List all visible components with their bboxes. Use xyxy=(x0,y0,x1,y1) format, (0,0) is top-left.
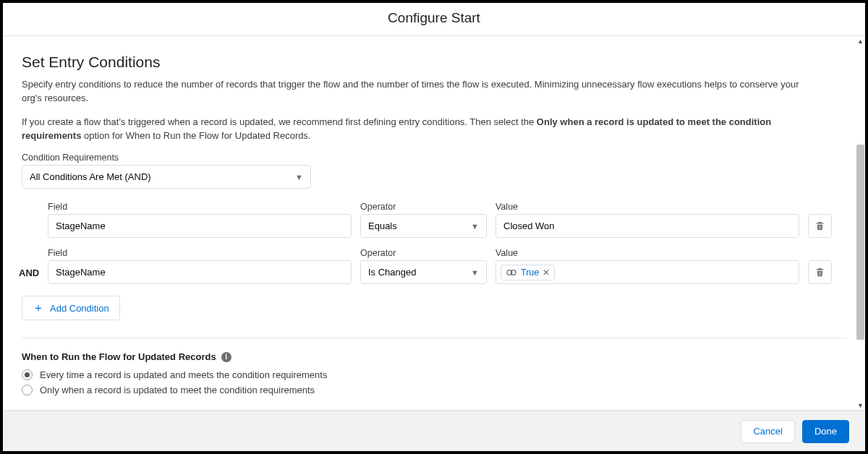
field-label: Field xyxy=(48,248,352,258)
operator-col: Operator Is Changed ▼ xyxy=(360,248,487,284)
scroll-up-arrow-icon[interactable]: ▲ xyxy=(856,36,865,46)
and-label: AND xyxy=(19,267,39,278)
condition-requirements-group: Condition Requirements All Conditions Ar… xyxy=(22,153,846,189)
value-input[interactable]: Closed Won xyxy=(495,214,799,238)
modal-body[interactable]: Set Entry Conditions Specify entry condi… xyxy=(3,36,865,410)
help-text-2b: option for When to Run the Flow for Upda… xyxy=(81,130,310,141)
when-to-run-radio-group: Every time a record is updated and meets… xyxy=(22,369,846,410)
modal-header: Configure Start xyxy=(3,3,865,35)
operator-value: Is Changed xyxy=(368,267,417,278)
operator-col: Operator Equals ▼ xyxy=(360,202,487,238)
operator-label: Operator xyxy=(360,248,487,258)
add-condition-label: Add Condition xyxy=(50,303,109,314)
when-to-run-title: When to Run the Flow for Updated Records… xyxy=(22,351,846,362)
radio-option-every-time[interactable]: Every time a record is updated and meets… xyxy=(22,369,846,380)
value-pill: True ✕ xyxy=(501,265,555,280)
modal-body-wrap: Set Entry Conditions Specify entry condi… xyxy=(3,35,865,411)
modal-footer: Cancel Done xyxy=(3,411,865,451)
pill-text: True xyxy=(521,267,539,278)
condition-rows: Field StageName Operator Equals ▼ Valu xyxy=(48,202,846,320)
modal-title: Configure Start xyxy=(3,10,865,26)
field-value: StageName xyxy=(56,267,106,278)
add-condition-button[interactable]: ＋ Add Condition xyxy=(22,296,120,320)
delete-col xyxy=(808,202,833,238)
value-label: Value xyxy=(495,248,799,258)
scroll-thumb[interactable] xyxy=(856,145,864,340)
condition-row: Field StageName Operator Equals ▼ Valu xyxy=(48,202,846,238)
delete-row-button[interactable] xyxy=(808,214,832,238)
plus-icon: ＋ xyxy=(33,301,44,316)
chevron-down-icon: ▼ xyxy=(295,173,303,181)
cancel-button[interactable]: Cancel xyxy=(741,420,794,443)
done-button[interactable]: Done xyxy=(802,420,849,443)
info-icon[interactable]: i xyxy=(221,352,231,362)
radio-icon xyxy=(22,369,33,380)
configure-start-modal: Configure Start Set Entry Conditions Spe… xyxy=(3,3,865,451)
help-text-2: If you create a flow that's triggered wh… xyxy=(22,116,803,143)
condition-requirements-label: Condition Requirements xyxy=(22,153,846,163)
scrollbar[interactable]: ▲ ▼ xyxy=(856,36,865,410)
section-title: Set Entry Conditions xyxy=(22,53,846,71)
operator-select[interactable]: Equals ▼ xyxy=(360,214,487,238)
operator-select[interactable]: Is Changed ▼ xyxy=(360,260,487,284)
value-label: Value xyxy=(495,202,799,212)
trash-icon xyxy=(814,220,825,231)
field-value: StageName xyxy=(56,220,106,231)
delete-row-button[interactable] xyxy=(808,260,832,284)
radio-option-only-when[interactable]: Only when a record is updated to meet th… xyxy=(22,385,846,395)
operator-label: Operator xyxy=(360,202,487,212)
divider xyxy=(22,338,846,338)
help-text-2a: If you create a flow that's triggered wh… xyxy=(22,116,537,127)
field-input[interactable]: StageName xyxy=(48,214,352,238)
value-text: Closed Won xyxy=(503,220,555,231)
field-label: Field xyxy=(48,202,352,212)
operator-value: Equals xyxy=(368,220,397,231)
value-col: Value True ✕ xyxy=(495,248,799,284)
trash-icon xyxy=(814,267,825,278)
field-col: Field StageName xyxy=(48,202,352,238)
close-icon[interactable]: ✕ xyxy=(542,267,550,278)
field-input[interactable]: StageName xyxy=(48,260,352,284)
scroll-down-arrow-icon[interactable]: ▼ xyxy=(856,401,865,410)
toggle-icon xyxy=(506,267,517,278)
value-col: Value Closed Won xyxy=(495,202,799,238)
field-col: Field StageName xyxy=(48,248,352,284)
delete-col xyxy=(808,248,833,284)
value-input[interactable]: True ✕ xyxy=(495,260,799,284)
condition-requirements-value: All Conditions Are Met (AND) xyxy=(30,171,151,182)
condition-requirements-select[interactable]: All Conditions Are Met (AND) ▼ xyxy=(22,165,311,189)
when-to-run-text: When to Run the Flow for Updated Records xyxy=(22,351,216,362)
help-text-1: Specify entry conditions to reduce the n… xyxy=(22,78,803,106)
chevron-down-icon: ▼ xyxy=(471,222,479,231)
chevron-down-icon: ▼ xyxy=(471,268,479,277)
radio-icon xyxy=(22,385,33,395)
radio-label: Every time a record is updated and meets… xyxy=(40,369,327,380)
radio-label: Only when a record is updated to meet th… xyxy=(40,385,315,395)
condition-row: AND Field StageName Operator Is Changed … xyxy=(48,248,846,284)
